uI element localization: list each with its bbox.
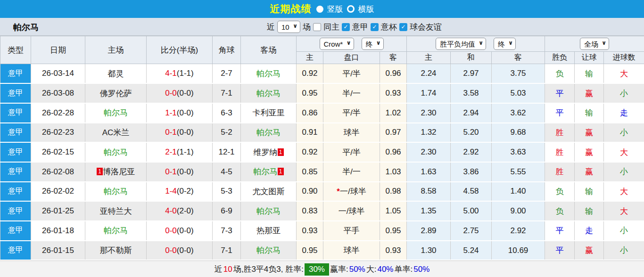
- col-header-date: 日期: [31, 36, 85, 64]
- league-cell: 意甲: [0, 142, 31, 162]
- radio-horizontal-label[interactable]: 横版: [358, 4, 374, 15]
- avg-home-cell: 2.24: [407, 64, 451, 84]
- panel-title: 近期战绩: [270, 2, 312, 16]
- half-time-score: (0-2): [177, 187, 194, 196]
- handicap-result-cell: 输: [575, 201, 604, 221]
- away-odds-cell: 0.96: [380, 142, 407, 162]
- goals-result-cell: 小: [604, 83, 644, 103]
- home-team-name: 亚特兰大: [100, 207, 132, 216]
- full-time-score: 4-0: [165, 206, 177, 215]
- scope-select[interactable]: 全场: [580, 38, 609, 49]
- full-time-score: 1-1: [165, 108, 177, 117]
- odds-select-group: Crow* ∨ 终 ∨: [297, 36, 407, 52]
- away-team-name: 卡利亚里: [253, 108, 285, 117]
- result-cell: 平: [545, 83, 575, 103]
- handicap-text: 平/半: [342, 108, 361, 117]
- checkbox-coppa-italia-label[interactable]: 意杯: [381, 22, 397, 33]
- away-team-cell: 帕尔马: [241, 241, 297, 261]
- avg-away-cell: 1.40: [492, 182, 545, 202]
- away-team-cell: 尤文图斯: [241, 182, 297, 202]
- home-odds-cell: 0.91: [297, 123, 323, 143]
- away-team-name: 帕尔马: [256, 207, 281, 216]
- home-team-name: 帕尔马: [104, 148, 128, 157]
- avg-home-cell: 1.30: [407, 241, 451, 261]
- col-header-avg-home: 主: [407, 52, 451, 64]
- table-row: 意甲 26-01-18 帕尔马 0-0(0-0) 7-3 热那亚 0.93 平手…: [0, 221, 644, 241]
- handicap-cell: 半/一: [323, 162, 380, 182]
- odds-state-select[interactable]: 终: [362, 38, 383, 49]
- match-count-select[interactable]: 10: [278, 21, 300, 33]
- result-cell: 平: [545, 221, 575, 241]
- handicap-cell: 球半: [323, 123, 380, 143]
- handicap-text: 球半: [344, 246, 360, 255]
- league-cell: 意甲: [0, 83, 31, 103]
- avg-away-cell: 9.68: [492, 123, 545, 143]
- avg-draw-cell: 5.20: [451, 123, 492, 143]
- away-team-cell: 帕尔马: [241, 83, 297, 103]
- layout-radio-group: 竖版 横版: [316, 4, 374, 15]
- odds-company-select[interactable]: Crow*: [320, 38, 354, 49]
- team-name: 帕尔马: [13, 22, 39, 33]
- filter-bar: 帕尔马 近 10 ∨ 场 同主 ✓ 意甲 ✓ 意杯 ✓ 球会友谊: [0, 18, 644, 36]
- goals-result-cell: 小: [604, 221, 644, 241]
- handicap-result-cell: 赢: [575, 83, 604, 103]
- home-odds-cell: 0.85: [297, 162, 323, 182]
- col-header-result: 胜负: [545, 52, 575, 64]
- corner-cell: 6-3: [213, 103, 241, 123]
- table-row: 意甲 26-02-08 1博洛尼亚 0-1(0-0) 4-5 帕尔马1 0.85…: [0, 162, 644, 182]
- away-team-cell: 帕尔马: [241, 123, 297, 143]
- col-header-handicap: 盘口: [323, 52, 380, 64]
- avg-select[interactable]: 胜平负均值: [436, 38, 486, 49]
- scope-select-group: 全场 ∨: [545, 36, 644, 52]
- handicap-win-rate-value: 50%: [349, 265, 365, 274]
- result-cell: 平: [545, 103, 575, 123]
- results-tbody: 意甲 26-03-14 都灵 4-1(1-1) 2-7 帕尔马 0.92 平/半…: [0, 64, 644, 261]
- checkbox-coppa-italia[interactable]: ✓: [371, 23, 379, 31]
- avg-home-cell: 8.58: [407, 182, 451, 202]
- topbar: 近期战绩 竖版 横版: [0, 0, 644, 18]
- corner-cell: 4-5: [213, 162, 241, 182]
- avg-away-cell: 9.00: [492, 201, 545, 221]
- radio-horizontal-layout[interactable]: [347, 5, 355, 13]
- avg-home-cell: 1.74: [407, 83, 451, 103]
- checkbox-serie-a-label[interactable]: 意甲: [352, 22, 368, 33]
- home-team-cell: 帕尔马: [85, 221, 147, 241]
- away-odds-cell: 0.95: [380, 221, 407, 241]
- away-team-cell: 热那亚: [241, 221, 297, 241]
- handicap-text: 平手: [344, 226, 360, 235]
- checkbox-serie-a[interactable]: ✓: [342, 23, 350, 31]
- avg-state-select[interactable]: 终: [494, 38, 515, 49]
- recent-results-panel: 近期战绩 竖版 横版 帕尔马 近 10 ∨ 场 同主 ✓ 意甲 ✓ 意杯 ✓ 球…: [0, 0, 644, 277]
- checkbox-club-friendly[interactable]: ✓: [399, 23, 407, 31]
- radio-vertical-layout[interactable]: [316, 6, 323, 13]
- home-team-name: 帕尔马: [104, 108, 128, 117]
- win-rate-badge: 30%: [305, 263, 329, 276]
- result-cell: 胜: [545, 142, 575, 162]
- checkbox-club-friendly-label[interactable]: 球会友谊: [410, 22, 442, 33]
- radio-vertical-label[interactable]: 竖版: [327, 4, 343, 15]
- home-team-cell: 都灵: [85, 64, 147, 84]
- avg-select-group: 胜平负均值 ∨ 终 ∨: [407, 36, 545, 52]
- avg-state-select-wrap: 终 ∨: [494, 38, 516, 50]
- full-time-score: 1-4: [165, 187, 177, 196]
- half-time-score: (1-1): [177, 69, 194, 78]
- home-odds-cell: 0.92: [297, 142, 323, 162]
- games-label: 场: [303, 22, 311, 33]
- date-cell: 26-02-02: [31, 182, 85, 202]
- home-team-cell: 佛罗伦萨: [85, 83, 147, 103]
- table-row: 意甲 26-03-08 佛罗伦萨 0-0(0-0) 7-1 帕尔马 0.95 半…: [0, 83, 644, 103]
- handicap-result-cell: 赢: [575, 162, 604, 182]
- score-cell: 0-1(0-0): [147, 123, 213, 143]
- avg-away-cell: 2.92: [492, 221, 545, 241]
- col-header-avg-draw: 和: [451, 52, 492, 64]
- home-red-card-icon: 1: [97, 168, 103, 175]
- result-cell: 负: [545, 182, 575, 202]
- league-cell: 意甲: [0, 241, 31, 261]
- checkbox-same-home[interactable]: [313, 23, 321, 31]
- home-team-cell: AC米兰: [85, 123, 147, 143]
- checkbox-same-home-label[interactable]: 同主: [323, 22, 339, 33]
- col-header-corner: 角球: [213, 36, 241, 64]
- handicap-result-cell: 赢: [575, 123, 604, 143]
- col-header-away: 客场: [241, 36, 297, 64]
- col-header-score: 比分(半场): [147, 36, 213, 64]
